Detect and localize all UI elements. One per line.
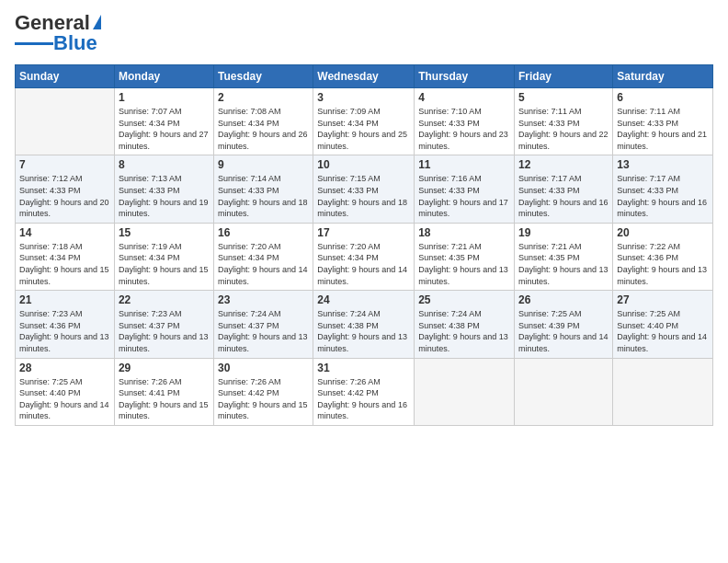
day-number: 28 [19, 362, 110, 374]
weekday-header-wednesday: Wednesday [313, 65, 415, 88]
day-number: 26 [518, 293, 609, 306]
calendar-cell: 23 Sunrise: 7:24 AMSunset: 4:37 PMDaylig… [214, 291, 313, 358]
day-number: 31 [317, 362, 410, 374]
calendar-cell: 4 Sunrise: 7:10 AMSunset: 4:33 PMDayligh… [415, 88, 515, 155]
weekday-header-sunday: Sunday [16, 65, 115, 88]
day-number: 24 [317, 293, 410, 306]
calendar-cell: 24 Sunrise: 7:24 AMSunset: 4:38 PMDaylig… [313, 291, 415, 358]
day-number: 11 [418, 158, 510, 171]
day-info: Sunrise: 7:23 AMSunset: 4:36 PMDaylight:… [19, 308, 110, 354]
calendar-cell: 16 Sunrise: 7:20 AMSunset: 4:34 PMDaylig… [214, 223, 313, 290]
calendar-row-4: 21 Sunrise: 7:23 AMSunset: 4:36 PMDaylig… [16, 291, 713, 358]
day-number: 22 [119, 293, 210, 306]
calendar-cell: 7 Sunrise: 7:12 AMSunset: 4:33 PMDayligh… [16, 155, 115, 223]
day-number: 30 [218, 362, 309, 374]
day-number: 19 [518, 226, 609, 239]
day-info: Sunrise: 7:26 AMSunset: 4:41 PMDaylight:… [119, 376, 210, 422]
day-number: 20 [617, 226, 709, 239]
calendar-cell: 21 Sunrise: 7:23 AMSunset: 4:36 PMDaylig… [16, 291, 115, 358]
weekday-header-thursday: Thursday [415, 65, 515, 88]
calendar-cell [613, 358, 713, 425]
day-info: Sunrise: 7:24 AMSunset: 4:38 PMDaylight:… [418, 308, 510, 354]
day-info: Sunrise: 7:24 AMSunset: 4:37 PMDaylight:… [218, 308, 309, 354]
day-info: Sunrise: 7:23 AMSunset: 4:37 PMDaylight:… [119, 308, 210, 354]
day-number: 13 [617, 158, 709, 171]
calendar-cell: 14 Sunrise: 7:18 AMSunset: 4:34 PMDaylig… [16, 223, 115, 290]
day-info: Sunrise: 7:17 AMSunset: 4:33 PMDaylight:… [617, 173, 709, 219]
header: General Blue [15, 11, 713, 55]
day-info: Sunrise: 7:19 AMSunset: 4:34 PMDaylight:… [119, 241, 210, 287]
calendar-cell: 11 Sunrise: 7:16 AMSunset: 4:33 PMDaylig… [415, 155, 515, 223]
day-info: Sunrise: 7:17 AMSunset: 4:33 PMDaylight:… [518, 173, 609, 219]
calendar-cell [415, 358, 515, 425]
calendar-row-3: 14 Sunrise: 7:18 AMSunset: 4:34 PMDaylig… [16, 223, 713, 290]
day-info: Sunrise: 7:14 AMSunset: 4:33 PMDaylight:… [218, 173, 309, 219]
calendar-cell: 5 Sunrise: 7:11 AMSunset: 4:33 PMDayligh… [515, 88, 613, 155]
day-number: 15 [119, 226, 210, 239]
day-info: Sunrise: 7:11 AMSunset: 4:33 PMDaylight:… [518, 106, 609, 152]
logo-blue: Blue [53, 31, 97, 55]
day-number: 7 [19, 158, 110, 171]
day-info: Sunrise: 7:13 AMSunset: 4:33 PMDaylight:… [119, 173, 210, 219]
calendar-cell: 31 Sunrise: 7:26 AMSunset: 4:42 PMDaylig… [313, 358, 415, 425]
day-info: Sunrise: 7:16 AMSunset: 4:33 PMDaylight:… [418, 173, 510, 219]
day-info: Sunrise: 7:26 AMSunset: 4:42 PMDaylight:… [218, 376, 309, 422]
calendar-cell: 6 Sunrise: 7:11 AMSunset: 4:33 PMDayligh… [613, 88, 713, 155]
day-number: 27 [617, 293, 709, 306]
calendar-cell [515, 358, 613, 425]
day-info: Sunrise: 7:26 AMSunset: 4:42 PMDaylight:… [317, 376, 410, 422]
weekday-header-friday: Friday [515, 65, 613, 88]
day-info: Sunrise: 7:15 AMSunset: 4:33 PMDaylight:… [317, 173, 410, 219]
day-info: Sunrise: 7:25 AMSunset: 4:40 PMDaylight:… [617, 308, 709, 354]
day-info: Sunrise: 7:25 AMSunset: 4:39 PMDaylight:… [518, 308, 609, 354]
calendar-cell: 15 Sunrise: 7:19 AMSunset: 4:34 PMDaylig… [114, 223, 213, 290]
weekday-header-monday: Monday [114, 65, 213, 88]
calendar-cell [16, 88, 115, 155]
calendar-row-1: 1 Sunrise: 7:07 AMSunset: 4:34 PMDayligh… [16, 88, 713, 155]
calendar: SundayMondayTuesdayWednesdayThursdayFrid… [15, 64, 713, 426]
day-info: Sunrise: 7:12 AMSunset: 4:33 PMDaylight:… [19, 173, 110, 219]
calendar-cell: 8 Sunrise: 7:13 AMSunset: 4:33 PMDayligh… [114, 155, 213, 223]
day-number: 5 [518, 91, 609, 104]
calendar-cell: 20 Sunrise: 7:22 AMSunset: 4:36 PMDaylig… [613, 223, 713, 290]
calendar-cell: 1 Sunrise: 7:07 AMSunset: 4:34 PMDayligh… [114, 88, 213, 155]
calendar-cell: 19 Sunrise: 7:21 AMSunset: 4:35 PMDaylig… [515, 223, 613, 290]
day-info: Sunrise: 7:21 AMSunset: 4:35 PMDaylight:… [418, 241, 510, 287]
calendar-cell: 10 Sunrise: 7:15 AMSunset: 4:33 PMDaylig… [313, 155, 415, 223]
day-info: Sunrise: 7:07 AMSunset: 4:34 PMDaylight:… [119, 106, 210, 152]
day-number: 10 [317, 158, 410, 171]
logo-triangle-icon [93, 15, 101, 29]
day-info: Sunrise: 7:25 AMSunset: 4:40 PMDaylight:… [19, 376, 110, 422]
day-number: 21 [19, 293, 110, 306]
day-number: 2 [218, 91, 309, 104]
calendar-cell: 12 Sunrise: 7:17 AMSunset: 4:33 PMDaylig… [515, 155, 613, 223]
calendar-cell: 30 Sunrise: 7:26 AMSunset: 4:42 PMDaylig… [214, 358, 313, 425]
day-number: 14 [19, 226, 110, 239]
calendar-cell: 25 Sunrise: 7:24 AMSunset: 4:38 PMDaylig… [415, 291, 515, 358]
day-number: 17 [317, 226, 410, 239]
calendar-cell: 26 Sunrise: 7:25 AMSunset: 4:39 PMDaylig… [515, 291, 613, 358]
logo: General Blue [15, 11, 101, 55]
day-number: 18 [418, 226, 510, 239]
calendar-cell: 22 Sunrise: 7:23 AMSunset: 4:37 PMDaylig… [114, 291, 213, 358]
day-info: Sunrise: 7:24 AMSunset: 4:38 PMDaylight:… [317, 308, 410, 354]
logo-bar [15, 42, 53, 45]
calendar-cell: 2 Sunrise: 7:08 AMSunset: 4:34 PMDayligh… [214, 88, 313, 155]
day-info: Sunrise: 7:08 AMSunset: 4:34 PMDaylight:… [218, 106, 309, 152]
calendar-cell: 28 Sunrise: 7:25 AMSunset: 4:40 PMDaylig… [16, 358, 115, 425]
day-info: Sunrise: 7:10 AMSunset: 4:33 PMDaylight:… [418, 106, 510, 152]
calendar-cell: 3 Sunrise: 7:09 AMSunset: 4:34 PMDayligh… [313, 88, 415, 155]
day-info: Sunrise: 7:21 AMSunset: 4:35 PMDaylight:… [518, 241, 609, 287]
day-number: 9 [218, 158, 309, 171]
day-info: Sunrise: 7:20 AMSunset: 4:34 PMDaylight:… [218, 241, 309, 287]
page: General Blue SundayMondayTuesdayWednesda… [0, 0, 728, 563]
calendar-cell: 29 Sunrise: 7:26 AMSunset: 4:41 PMDaylig… [114, 358, 213, 425]
calendar-row-2: 7 Sunrise: 7:12 AMSunset: 4:33 PMDayligh… [16, 155, 713, 223]
day-number: 25 [418, 293, 510, 306]
day-number: 8 [119, 158, 210, 171]
calendar-cell: 17 Sunrise: 7:20 AMSunset: 4:34 PMDaylig… [313, 223, 415, 290]
day-number: 1 [119, 91, 210, 104]
calendar-row-5: 28 Sunrise: 7:25 AMSunset: 4:40 PMDaylig… [16, 358, 713, 425]
weekday-header-row: SundayMondayTuesdayWednesdayThursdayFrid… [16, 65, 713, 88]
calendar-cell: 27 Sunrise: 7:25 AMSunset: 4:40 PMDaylig… [613, 291, 713, 358]
